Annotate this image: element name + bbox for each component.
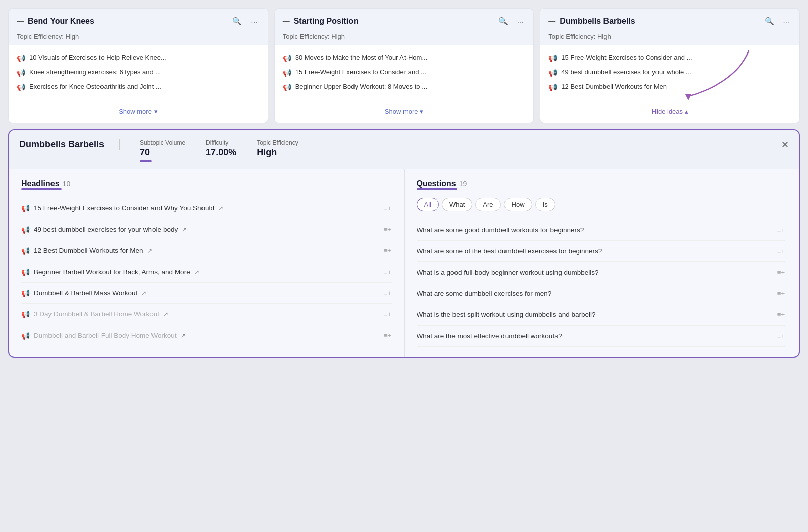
card-bend-your-knees: — Bend Your Knees 🔍 ··· Topic Efficiency…	[8, 8, 268, 123]
hide-ideas-button[interactable]: Hide ideas ▴	[652, 108, 688, 115]
megaphone-icon: 📢	[283, 69, 291, 77]
questions-scroll[interactable]: What are some good dumbbell workouts for…	[417, 220, 787, 347]
megaphone-icon: 📢	[17, 83, 25, 91]
headline-left: 📢 Beginner Barbell Workout for Back, Arm…	[21, 268, 199, 276]
headline-left: 📢 49 best dumbbell exercises for your wh…	[21, 225, 187, 234]
close-button[interactable]: ✕	[781, 139, 789, 150]
questions-count: 19	[459, 180, 467, 188]
stat-label: Difficulty	[206, 139, 236, 146]
more-options-btn[interactable]: ···	[781, 16, 792, 27]
col-title: Headlines	[21, 179, 60, 188]
card-header-left: — Bend Your Knees	[17, 17, 94, 26]
headline-item: 📢 3 Day Dumbbell & Barbell Home Workout …	[21, 304, 392, 325]
card-header: — Bend Your Knees 🔍 ···	[9, 9, 268, 31]
list-add-icon[interactable]: ≡+	[777, 290, 785, 297]
detail-columns: Headlines10 📢 15 Free-Weight Exercises t…	[9, 169, 799, 357]
list-item: 📢 Exercises for Knee Osteoarthritis and …	[17, 83, 260, 91]
list-item: 📢 30 Moves to Make the Most of Your At-H…	[283, 54, 526, 62]
list-item: 📢 10 Visuals of Exercises to Help Reliev…	[17, 54, 260, 62]
headline-item: 📢 12 Best Dumbbell Workouts for Men ↗ ≡+	[21, 240, 392, 261]
megaphone-icon: 📢	[283, 54, 291, 62]
detail-panel: Dumbbells Barbells Subtopic Volume 70 Di…	[8, 129, 800, 358]
megaphone-icon: 📢	[283, 83, 291, 91]
dash-icon: —	[17, 17, 24, 25]
stat-value: 70	[140, 147, 185, 158]
stat-value: High	[257, 147, 298, 158]
megaphone-icon: 📢	[21, 289, 30, 297]
filter-how-button[interactable]: How	[504, 198, 532, 211]
list-add-icon[interactable]: ≡+	[384, 289, 391, 297]
stat-label: Subtopic Volume	[140, 139, 185, 146]
card-header: — Starting Position 🔍 ···	[275, 9, 534, 31]
headline-text: 49 best dumbbell exercises for your whol…	[34, 226, 178, 233]
headline-text: 15 Free-Weight Exercises to Consider and…	[34, 204, 214, 212]
headline-left: 📢 15 Free-Weight Exercises to Consider a…	[21, 204, 223, 212]
list-add-icon[interactable]: ≡+	[384, 247, 391, 254]
card-subtitle: Topic Efficiency: High	[275, 31, 534, 45]
headline-item: 📢 49 best dumbbell exercises for your wh…	[21, 219, 392, 240]
card-header-icons: 🔍 ···	[763, 16, 792, 27]
megaphone-icon: 📢	[548, 69, 557, 77]
show-more-button[interactable]: Show more ▾	[385, 108, 423, 115]
megaphone-icon: 📢	[17, 54, 25, 62]
question-text: What are some good dumbbell workouts for…	[417, 226, 584, 234]
headline-text: Dumbbell & Barbell Mass Workout	[34, 289, 137, 297]
filter-all-button[interactable]: All	[417, 198, 439, 211]
external-link-icon: ↗	[141, 290, 146, 297]
col-underline	[21, 188, 62, 190]
stat-underline	[140, 160, 152, 162]
external-link-icon: ↗	[182, 226, 187, 233]
dash-icon: —	[548, 17, 556, 25]
megaphone-icon: 📢	[21, 268, 30, 276]
card-title: Bend Your Knees	[28, 17, 94, 26]
card-header: — Dumbbells Barbells 🔍 ···	[540, 9, 799, 31]
question-item: What are the most effective dumbbell wor…	[417, 326, 785, 347]
show-more-button[interactable]: Show more ▾	[119, 108, 157, 115]
megaphone-icon: 📢	[21, 204, 30, 212]
question-item: What is a good full-body beginner workou…	[417, 262, 785, 283]
list-add-icon[interactable]: ≡+	[384, 226, 391, 233]
question-text: What are some of the best dumbbell exerc…	[417, 247, 602, 255]
headline-item: 📢 Dumbbell & Barbell Mass Workout ↗ ≡+	[21, 283, 392, 304]
more-options-btn[interactable]: ···	[249, 16, 260, 27]
list-add-icon[interactable]: ≡+	[777, 311, 785, 318]
list-add-icon[interactable]: ≡+	[777, 269, 785, 276]
card-footer: Hide ideas ▴	[540, 101, 799, 123]
list-item: 📢 49 best dumbbell exercises for your wh…	[548, 68, 791, 77]
list-add-icon[interactable]: ≡+	[384, 332, 391, 339]
card-body: 📢 30 Moves to Make the Most of Your At-H…	[275, 45, 534, 101]
card-footer: Show more ▾	[275, 101, 534, 123]
external-link-icon: ↗	[218, 205, 223, 212]
search-icon-btn[interactable]: 🔍	[230, 16, 244, 27]
card-body: 📢 15 Free-Weight Exercises to Consider a…	[540, 45, 799, 101]
filter-is-button[interactable]: Is	[535, 198, 556, 211]
search-icon-btn[interactable]: 🔍	[763, 16, 776, 27]
headlines-count: 10	[63, 180, 71, 188]
headline-item: 📢 15 Free-Weight Exercises to Consider a…	[21, 198, 392, 219]
headline-text: Beginner Barbell Workout for Back, Arms,…	[34, 268, 190, 276]
card-subtitle: Topic Efficiency: High	[540, 31, 799, 45]
more-options-btn[interactable]: ···	[515, 16, 526, 27]
subtopic-volume-stat: Subtopic Volume 70	[140, 139, 185, 162]
megaphone-icon: 📢	[21, 226, 30, 234]
stat-label: Topic Efficiency	[257, 139, 298, 146]
external-link-icon: ↗	[181, 332, 186, 339]
headline-left: 📢 12 Best Dumbbell Workouts for Men ↗	[21, 246, 153, 255]
list-item: 📢 15 Free-Weight Exercises to Consider a…	[283, 68, 526, 77]
headline-left: 📢 3 Day Dumbbell & Barbell Home Workout …	[21, 310, 168, 318]
list-add-icon[interactable]: ≡+	[777, 226, 785, 234]
megaphone-icon: 📢	[17, 69, 25, 77]
list-add-icon[interactable]: ≡+	[384, 204, 391, 212]
list-add-icon[interactable]: ≡+	[777, 247, 785, 255]
list-add-icon[interactable]: ≡+	[777, 332, 785, 340]
headline-text: Dumbbell and Barbell Full Body Home Work…	[34, 332, 177, 339]
filter-what-button[interactable]: What	[442, 198, 472, 211]
list-item: 📢 Knee strengthening exercises: 6 types …	[17, 68, 260, 77]
list-add-icon[interactable]: ≡+	[384, 268, 391, 276]
filter-are-button[interactable]: Are	[475, 198, 500, 211]
list-add-icon[interactable]: ≡+	[384, 310, 391, 318]
cards-row: — Bend Your Knees 🔍 ··· Topic Efficiency…	[8, 8, 800, 123]
search-icon-btn[interactable]: 🔍	[496, 16, 510, 27]
stat-value: 17.00%	[206, 147, 236, 158]
megaphone-icon: 📢	[21, 247, 30, 255]
